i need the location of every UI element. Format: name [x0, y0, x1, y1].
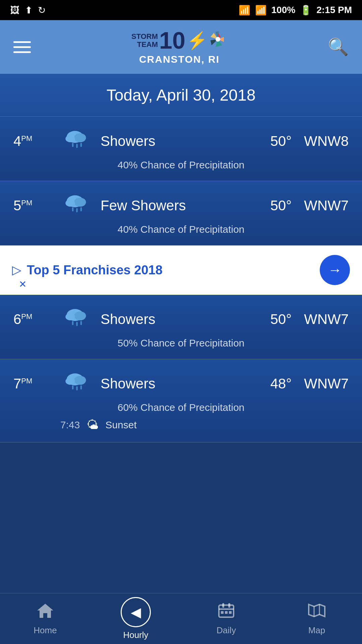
svg-point-7: [216, 37, 220, 42]
svg-point-16: [65, 200, 75, 207]
svg-rect-11: [72, 143, 73, 147]
daily-nav-icon: [218, 602, 235, 623]
svg-rect-13: [80, 143, 82, 147]
nbc-peacock-icon: [209, 30, 227, 51]
wind-7pm: WNW7: [298, 376, 349, 392]
svg-rect-17: [72, 207, 73, 211]
svg-point-9: [74, 133, 86, 142]
temp-5pm: 50°: [251, 198, 292, 214]
svg-rect-39: [229, 611, 232, 614]
hamburger-menu[interactable]: [13, 41, 31, 53]
svg-point-22: [65, 313, 75, 320]
cloud-rain-icon-4pm: [64, 127, 90, 155]
precip-4pm: 40% Chance of Precipitation: [13, 159, 349, 171]
weather-row-6pm[interactable]: 6PM Showers 50° WNW7 50% Chance of Preci…: [0, 295, 362, 359]
signal-icon: 📶: [255, 5, 267, 16]
logo-text: STORM TEAM 10 ⚡: [131, 29, 227, 52]
photo-icon: 🖼: [10, 5, 19, 16]
ad-banner[interactable]: ▷ Top 5 Franchises 2018 → ✕: [0, 246, 362, 295]
nav-hourly-icon: ◀: [131, 604, 141, 620]
nav-map-label: Map: [308, 625, 325, 636]
sunset-icon: 🌤: [86, 418, 99, 432]
battery-icon: 🔋: [300, 5, 312, 16]
cloud-rain-icon-7pm: [64, 369, 90, 398]
date-header: Today, April 30, 2018: [0, 74, 362, 117]
ad-content: ▷ Top 5 Franchises 2018: [12, 263, 163, 277]
weather-row-main-7pm: 7PM Showers 48° WNW7: [13, 369, 349, 398]
cloud-rain-icon-6pm: [64, 305, 90, 333]
nav-daily[interactable]: Daily: [181, 593, 272, 644]
nav-hourly-label: Hourly: [123, 630, 148, 640]
ad-title: Top 5 Franchises 2018: [27, 263, 163, 277]
weather-row-main-6pm: 6PM Showers 50° WNW7: [13, 305, 349, 333]
battery-label: 100%: [272, 5, 296, 15]
status-left-icons: 🖼 ⬆ ↻: [10, 5, 46, 16]
home-nav-icon: [37, 602, 54, 623]
nav-map[interactable]: Map: [272, 593, 362, 644]
weather-row-5pm[interactable]: 5PM Few Showers 50° WNW7 40% Chance of P…: [0, 181, 362, 246]
weather-row-7pm[interactable]: 7PM Showers 48° WNW7 60% Chance of Preci…: [0, 359, 362, 442]
status-right-info: 📶 📶 100% 🔋 2:15 PM: [239, 5, 352, 16]
logo-lightning: ⚡: [187, 32, 207, 49]
svg-rect-12: [76, 144, 77, 148]
svg-marker-32: [37, 604, 53, 618]
svg-rect-37: [221, 611, 224, 614]
hamburger-line-3: [13, 51, 31, 53]
condition-5pm: Few Showers: [101, 198, 245, 214]
search-button[interactable]: 🔍: [328, 37, 349, 57]
svg-rect-35: [222, 603, 224, 608]
hamburger-line-1: [13, 41, 31, 43]
ad-arrow-button[interactable]: →: [320, 255, 350, 285]
svg-rect-30: [76, 386, 77, 390]
temp-7pm: 48°: [251, 376, 292, 392]
map-nav-icon: [308, 602, 325, 623]
svg-rect-29: [72, 385, 73, 389]
sunset-time: 7:43: [60, 419, 80, 431]
weather-row-main-5pm: 5PM Few Showers 50° WNW7: [13, 191, 349, 220]
wind-5pm: WNW7: [298, 198, 349, 214]
svg-rect-38: [225, 611, 228, 614]
ad-brand-icon: ▷: [12, 263, 21, 277]
nav-hourly[interactable]: ◀ Hourly: [90, 593, 181, 644]
weather-row-main-4pm: 4PM Showers 50° WNW8: [13, 127, 349, 155]
hamburger-line-2: [13, 46, 31, 48]
nav-hourly-circle: ◀: [121, 597, 151, 627]
nav-daily-label: Daily: [217, 625, 236, 636]
sync-icon: ↻: [38, 5, 46, 16]
svg-rect-18: [76, 208, 77, 212]
weather-row-4pm[interactable]: 4PM Showers 50° WNW8 40% Chance of Preci…: [0, 117, 362, 181]
time-4pm: 4PM: [13, 133, 54, 149]
svg-rect-25: [80, 321, 82, 325]
logo-storm-top: STORM: [131, 33, 158, 41]
condition-6pm: Showers: [101, 311, 245, 327]
app-header: STORM TEAM 10 ⚡ CRANSTON, RI �: [0, 20, 362, 74]
wind-6pm: WNW7: [298, 311, 349, 327]
svg-point-21: [74, 311, 86, 320]
time-7pm: 7PM: [13, 376, 54, 392]
svg-point-27: [74, 376, 86, 385]
nav-home-label: Home: [34, 625, 57, 636]
bottom-nav: Home ◀ Hourly Daily: [0, 593, 362, 644]
wind-4pm: WNW8: [298, 133, 349, 149]
location-label: CRANSTON, RI: [139, 54, 220, 65]
logo-team-bottom: TEAM: [137, 41, 158, 49]
svg-rect-19: [80, 207, 82, 211]
svg-rect-36: [228, 603, 230, 608]
date-header-text: Today, April 30, 2018: [107, 86, 256, 104]
condition-7pm: Showers: [101, 376, 245, 392]
svg-marker-40: [309, 604, 325, 616]
svg-rect-24: [76, 322, 77, 326]
ad-close-button[interactable]: ✕: [19, 279, 26, 290]
logo-10: 10: [159, 29, 185, 52]
time-6pm: 6PM: [13, 311, 54, 327]
svg-rect-23: [72, 321, 73, 325]
temp-4pm: 50°: [251, 133, 292, 149]
status-bar: 🖼 ⬆ ↻ 📶 📶 100% 🔋 2:15 PM: [0, 0, 362, 20]
nav-home[interactable]: Home: [0, 593, 90, 644]
cloud-rain-icon-5pm: [64, 191, 90, 220]
upload-icon: ⬆: [25, 5, 33, 16]
wifi-icon: 📶: [239, 5, 250, 16]
precip-7pm: 60% Chance of Precipitation: [13, 402, 349, 413]
temp-6pm: 50°: [251, 311, 292, 327]
sunset-info: 7:43 🌤 Sunset: [13, 418, 349, 432]
